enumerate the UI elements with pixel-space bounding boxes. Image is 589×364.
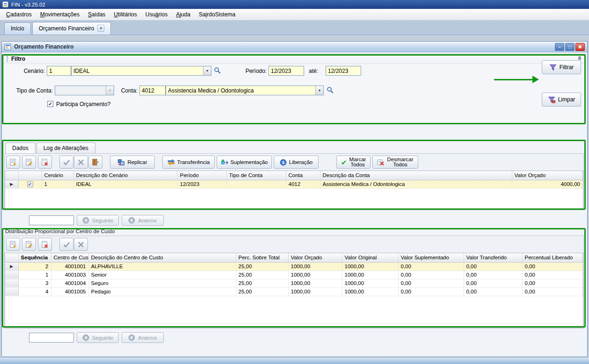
cell[interactable]: 4001001: [51, 262, 88, 271]
dist-confirm-button[interactable]: [59, 238, 73, 251]
cell[interactable]: 1000,00: [288, 271, 342, 279]
transferencia-button[interactable]: Transferência: [162, 156, 215, 169]
column-header[interactable]: Perc. Sobre Total: [236, 253, 288, 262]
cell[interactable]: 4001005: [51, 287, 88, 296]
cell[interactable]: 0,00: [522, 279, 583, 287]
table-row[interactable]: 44001005Pedagio25,001000,001000,000,000,…: [5, 287, 583, 296]
desmarcar-todos-button[interactable]: DesmarcarTodos: [372, 156, 418, 169]
column-header[interactable]: Valor Original: [342, 253, 398, 262]
replicar-button[interactable]: Replicar: [110, 156, 155, 169]
cell[interactable]: 1000,00: [288, 279, 342, 287]
dist-new-record-button[interactable]: [6, 238, 20, 251]
column-header[interactable]: Descrição da Conta: [320, 171, 512, 180]
filtrar-button[interactable]: Filtrar: [542, 60, 581, 74]
close-button[interactable]: ✖: [575, 43, 585, 51]
cell[interactable]: [226, 180, 286, 188]
tab-log-alteracoes[interactable]: Log de Alterações: [36, 143, 95, 153]
confirm-button[interactable]: [59, 156, 73, 169]
cenario-code-input[interactable]: [47, 66, 71, 76]
limpar-button[interactable]: Limpar: [542, 93, 581, 107]
dist-seguinte-button[interactable]: Seguinte: [77, 332, 119, 343]
cell[interactable]: 4012: [286, 180, 320, 188]
cell[interactable]: 1000,00: [288, 262, 342, 271]
cell[interactable]: Senior: [88, 271, 236, 279]
cell[interactable]: 0,00: [398, 262, 464, 271]
tipo-conta-combo[interactable]: ▼: [55, 86, 114, 95]
dist-edit-record-button[interactable]: [22, 238, 36, 251]
minimize-button[interactable]: –: [555, 43, 564, 51]
cell[interactable]: 25,00: [236, 287, 288, 296]
tab-inicio[interactable]: Início: [4, 22, 31, 35]
column-header[interactable]: Valor Suplementado: [398, 253, 464, 262]
cell[interactable]: 2: [18, 262, 51, 271]
cell[interactable]: 0,00: [522, 262, 583, 271]
menu-sair-do-sistema[interactable]: Sair do Sistema: [195, 9, 240, 20]
dist-cancel-button[interactable]: [74, 238, 88, 251]
column-header[interactable]: Valor Transferido: [464, 253, 522, 262]
goto-record-input[interactable]: [29, 215, 74, 225]
suplementacao-button[interactable]: Suplementação: [217, 156, 272, 169]
cell[interactable]: 0,00: [464, 279, 522, 287]
dist-goto-record-input[interactable]: [29, 333, 74, 343]
column-header[interactable]: Tipo de Conta: [226, 171, 286, 180]
column-header[interactable]: Percentual Liberado: [522, 253, 583, 262]
cell[interactable]: 1000,00: [342, 262, 398, 271]
cell[interactable]: 1000,00: [288, 287, 342, 296]
liberacao-button[interactable]: $ Liberação: [274, 156, 319, 169]
column-header[interactable]: Descrição do Cenário: [73, 171, 177, 180]
column-header[interactable]: Descrição do Centro de Custo: [88, 253, 236, 262]
cell[interactable]: 1000,00: [342, 271, 398, 279]
cell[interactable]: Pedagio: [88, 287, 236, 296]
cell[interactable]: 1000,00: [342, 279, 398, 287]
cell[interactable]: 1: [18, 271, 51, 279]
dist-anterior-button[interactable]: Anterior: [122, 332, 164, 343]
new-record-button[interactable]: [6, 156, 20, 169]
cell[interactable]: 12/2023: [177, 180, 226, 188]
cell[interactable]: 4000,00: [512, 180, 583, 188]
column-header[interactable]: Conta: [286, 171, 320, 180]
cell[interactable]: 3: [18, 279, 51, 287]
dist-delete-record-button[interactable]: [38, 238, 52, 251]
cell[interactable]: IDEAL: [73, 180, 177, 188]
conta-combo[interactable]: Assistencia Medica / Odontologica ▼: [166, 86, 324, 95]
tab-dados[interactable]: Dados: [5, 143, 36, 153]
cenario-search-icon[interactable]: [214, 67, 221, 74]
anterior-button[interactable]: Anterior: [122, 215, 164, 226]
cell[interactable]: 25,00: [236, 279, 288, 287]
column-header[interactable]: Centro de Custo: [51, 253, 88, 262]
cell[interactable]: Seguro: [88, 279, 236, 287]
cell[interactable]: 0,00: [398, 287, 464, 296]
cell[interactable]: ALPHAVILLE: [88, 262, 236, 271]
cenario-combo[interactable]: IDEAL ▼: [71, 66, 211, 76]
cancel-button[interactable]: [74, 156, 88, 169]
column-header[interactable]: Valor Orçado: [512, 171, 583, 180]
seguinte-button[interactable]: Seguinte: [77, 215, 119, 226]
row-checkbox[interactable]: ✔: [18, 180, 42, 188]
delete-record-button[interactable]: [38, 156, 52, 169]
cell[interactable]: 0,00: [398, 271, 464, 279]
cell[interactable]: 0,00: [464, 287, 522, 296]
cell[interactable]: 4001004: [51, 279, 88, 287]
cell[interactable]: 25,00: [236, 271, 288, 279]
cell[interactable]: 4001003: [51, 271, 88, 279]
periodo-input[interactable]: [269, 66, 304, 76]
menu-movimentacoes[interactable]: Movimentações: [36, 9, 84, 20]
cell[interactable]: 0,00: [464, 271, 522, 279]
maximize-button[interactable]: □: [565, 43, 574, 51]
cell[interactable]: 1000,00: [342, 287, 398, 296]
participa-checkbox[interactable]: ✔: [47, 101, 53, 107]
marcar-todos-button[interactable]: ✔ MarcarTodos: [336, 156, 371, 169]
cell[interactable]: 0,00: [522, 287, 583, 296]
cell[interactable]: 25,00: [236, 262, 288, 271]
ate-input[interactable]: [326, 66, 361, 76]
conta-code-input[interactable]: [139, 86, 166, 95]
exit-button[interactable]: [88, 156, 102, 169]
column-header[interactable]: Cenário: [42, 171, 73, 180]
tab-close-icon[interactable]: ✖: [97, 25, 104, 32]
cell[interactable]: 1: [42, 180, 73, 188]
table-row[interactable]: 34001004Seguro25,001000,001000,000,000,0…: [5, 279, 583, 287]
menu-utilitarios[interactable]: Utilitários: [109, 9, 141, 20]
column-header[interactable]: Período: [177, 171, 226, 180]
menu-saidas[interactable]: Saídas: [84, 9, 109, 20]
menu-ajuda[interactable]: Ajuda: [172, 9, 195, 20]
